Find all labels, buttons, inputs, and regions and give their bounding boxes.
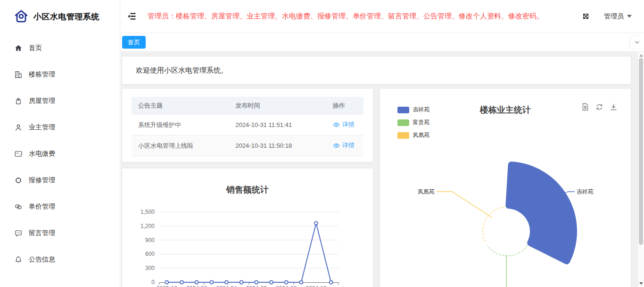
sidebar: 小区水电管理系统 首页楼栋管理房屋管理业主管理水电缴费报修管理单价管理留言管理公… — [0, 0, 120, 287]
sidebar-item-message[interactable]: 留言管理 — [0, 220, 120, 246]
chart-toolbox — [581, 103, 618, 111]
legend-label: 吉祥苑 — [413, 106, 430, 114]
tabs-dropdown-button[interactable] — [631, 36, 643, 48]
sidebar-menu: 首页楼栋管理房屋管理业主管理水电缴费报修管理单价管理留言管理公告信息 — [0, 33, 120, 273]
pie-label: 吉祥苑 — [577, 188, 594, 195]
table-header-row: 公告主题 发布时间 操作 — [132, 97, 363, 115]
legend-label: 凤凰苑 — [413, 131, 430, 139]
legend-item-2[interactable]: 富贵苑 — [397, 118, 430, 127]
sidebar-item-home[interactable]: 首页 — [0, 35, 120, 61]
pie-label: 凤凰苑 — [418, 188, 435, 195]
building-icon — [14, 70, 23, 79]
tabs-bar: 首页 — [121, 33, 644, 51]
legend-swatch — [397, 132, 409, 139]
download-icon[interactable] — [610, 103, 618, 111]
svg-text:600: 600 — [145, 251, 155, 257]
svg-text:2023-12: 2023-12 — [157, 285, 177, 287]
sidebar-item-label: 首页 — [29, 44, 42, 52]
sidebar-item-house[interactable]: 房屋管理 — [0, 88, 120, 114]
svg-text:2024-10: 2024-10 — [305, 285, 326, 287]
svg-text:0: 0 — [151, 279, 155, 286]
page-scrollbar — [637, 51, 644, 287]
table-row: 系统升级维护中 2024-10-31 11:51:41 详情 — [132, 115, 363, 135]
menu-fold-icon[interactable] — [127, 11, 137, 22]
announcement-title: 小区水电管理上线啦 — [132, 135, 229, 156]
announcement-marquee: 管理员：楼栋管理、房屋管理、业主管理、水电缴费、报修管理、单价管理、留言管理、公… — [148, 12, 581, 21]
welcome-card: 欢迎使用小区水电管理系统。 — [122, 57, 631, 84]
scrollbar-thumb[interactable] — [639, 58, 643, 245]
scrollbar-down-arrow[interactable] — [639, 282, 643, 285]
sidebar-item-label: 公告信息 — [29, 255, 55, 264]
sidebar-item-label: 业主管理 — [29, 123, 55, 132]
sidebar-item-label: 房屋管理 — [29, 97, 55, 105]
svg-text:2024-06: 2024-06 — [246, 285, 267, 287]
legend-label: 富贵苑 — [413, 118, 430, 127]
top-navbar: 管理员：楼栋管理、房屋管理、业主管理、水电缴费、报修管理、单价管理、留言管理、公… — [121, 0, 644, 33]
sidebar-item-price[interactable]: 单价管理 — [0, 194, 120, 220]
svg-text:2024-08: 2024-08 — [276, 285, 297, 287]
detail-link[interactable]: 详情 — [333, 141, 355, 150]
scrollbar-up-arrow[interactable] — [639, 54, 643, 57]
app-logo-row: 小区水电管理系统 — [0, 0, 120, 33]
svg-text:1,200: 1,200 — [140, 223, 155, 229]
sidebar-item-notice[interactable]: 公告信息 — [0, 246, 120, 273]
eye-icon — [333, 122, 340, 128]
legend-swatch — [397, 107, 409, 113]
owners-chart-card: 楼栋业主统计 吉祥苑富贵苑凤凰苑 — [380, 89, 631, 287]
sales-chart-title: 销售额统计 — [122, 184, 373, 195]
table-row: 小区水电管理上线啦 2024-10-31 11:50:18 详情 — [132, 135, 363, 156]
sidebar-item-repair[interactable]: 报修管理 — [0, 167, 120, 194]
app-title: 小区水电管理系统 — [33, 11, 99, 22]
svg-text:2024-02: 2024-02 — [186, 285, 207, 287]
sales-chart-card: 销售额统计 03006009001,2001,5002023-122024-02… — [122, 169, 373, 287]
sidebar-item-building[interactable]: 楼栋管理 — [0, 61, 120, 88]
content-area: 欢迎使用小区水电管理系统。 公告主题 发布时间 操作 — [121, 52, 644, 287]
announcements-table: 公告主题 发布时间 操作 系统升级维护中 2024-10-31 11:51:41 — [132, 97, 363, 156]
navbar-right: 管理员 — [581, 12, 632, 21]
svg-text:900: 900 — [145, 237, 155, 244]
home-logo-icon — [13, 8, 29, 25]
legend-item-1[interactable]: 吉祥苑 — [397, 106, 430, 114]
svg-text:1,500: 1,500 — [140, 209, 155, 215]
data-view-icon[interactable] — [581, 103, 589, 111]
eye-icon — [333, 143, 340, 149]
main-area: 管理员：楼栋管理、房屋管理、业主管理、水电缴费、报修管理、单价管理、留言管理、公… — [121, 0, 644, 287]
announcement-time: 2024-10-31 11:50:18 — [229, 135, 326, 156]
col-header-op: 操作 — [326, 97, 363, 115]
cpu-icon — [14, 176, 23, 185]
fullscreen-icon[interactable] — [581, 12, 591, 21]
announcements-card: 公告主题 发布时间 操作 系统升级维护中 2024-10-31 11:51:41 — [122, 89, 373, 162]
announcement-title: 系统升级维护中 — [132, 115, 229, 135]
svg-text:300: 300 — [145, 265, 155, 271]
sidebar-item-label: 水电缴费 — [29, 150, 55, 158]
legend-swatch — [397, 119, 409, 126]
caret-down-icon — [627, 15, 632, 18]
price-link-icon — [14, 203, 23, 211]
detail-link-label: 详情 — [342, 120, 355, 129]
col-header-topic: 公告主题 — [132, 97, 229, 115]
sidebar-item-label: 报修管理 — [29, 176, 55, 185]
welcome-text: 欢迎使用小区水电管理系统。 — [136, 66, 228, 75]
announcement-time: 2024-10-31 11:51:41 — [229, 115, 326, 135]
sidebar-item-label: 楼栋管理 — [29, 70, 55, 79]
svg-text:2024-04: 2024-04 — [216, 285, 237, 287]
legend-item-3[interactable]: 凤凰苑 — [397, 131, 430, 139]
chevron-down-icon — [634, 39, 640, 45]
sidebar-item-label: 留言管理 — [29, 229, 55, 237]
user-dropdown[interactable]: 管理员 — [604, 12, 632, 21]
refresh-icon[interactable] — [595, 103, 603, 111]
chart-legend: 吉祥苑富贵苑凤凰苑 — [397, 106, 430, 139]
house-tag-icon — [14, 97, 23, 105]
sidebar-item-label: 单价管理 — [29, 203, 55, 211]
chat-icon — [14, 229, 23, 237]
user-icon — [14, 123, 23, 132]
detail-link[interactable]: 详情 — [333, 120, 355, 129]
home-icon — [14, 44, 23, 52]
tab-home[interactable]: 首页 — [122, 36, 146, 49]
detail-link-label: 详情 — [342, 141, 355, 150]
bell-icon — [14, 255, 23, 264]
col-header-time: 发布时间 — [229, 97, 326, 115]
sidebar-item-fee[interactable]: 水电缴费 — [0, 141, 120, 167]
user-name: 管理员 — [604, 12, 624, 21]
sidebar-item-owner[interactable]: 业主管理 — [0, 114, 120, 141]
